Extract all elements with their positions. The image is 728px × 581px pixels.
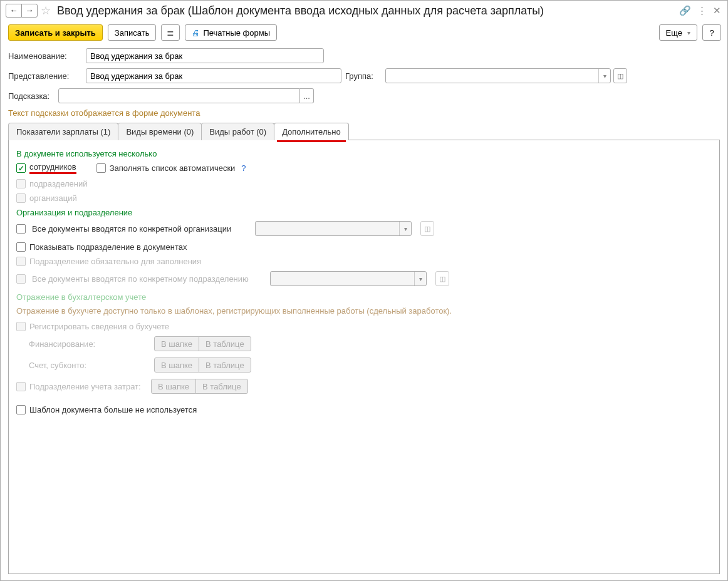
more-button[interactable]: Еще — [659, 24, 697, 41]
kebab-menu-icon[interactable]: ⋮ — [697, 5, 707, 16]
name-input[interactable] — [86, 48, 324, 63]
accounting-note: Отражение в бухучете доступно только в ш… — [16, 306, 712, 317]
financing-in-table-button: В таблице — [199, 336, 251, 351]
tab-work-types[interactable]: Виды работ (0) — [201, 123, 274, 140]
orgs-label: организаций — [29, 193, 77, 203]
link-icon[interactable]: 🔗 — [679, 5, 691, 16]
account-in-header-button: В шапке — [154, 357, 199, 373]
by-dept-label: Все документы вводятся по конкретному по… — [32, 274, 264, 284]
register-acc-checkbox — [16, 322, 26, 331]
dept-required-checkbox — [16, 257, 26, 266]
cost-dept-checkbox — [16, 382, 26, 391]
chevron-down-icon: ▾ — [400, 225, 411, 232]
favorite-star-icon[interactable]: ☆ — [41, 4, 51, 18]
by-org-label: Все документы вводятся по конкретной орг… — [32, 224, 249, 234]
show-dept-label: Показывать подразделение в документах — [29, 242, 187, 252]
list-icon: ≣ — [167, 28, 174, 37]
tab-time-types[interactable]: Виды времени (0) — [118, 123, 202, 140]
group-label: Группа: — [345, 71, 385, 81]
list-form-button[interactable]: ≣ — [161, 24, 180, 41]
print-forms-label: Печатные формы — [203, 28, 270, 38]
org-section-title: Организация и подразделение — [16, 208, 712, 217]
representation-input[interactable] — [86, 68, 341, 83]
cost-dept-in-table-button: В таблице — [195, 379, 248, 394]
by-dept-open-button: ◫ — [435, 271, 449, 286]
autofill-checkbox[interactable] — [96, 163, 106, 173]
representation-label: Представление: — [8, 71, 86, 81]
save-and-close-button[interactable]: Записать и закрыть — [8, 24, 103, 41]
account-in-table-button: В таблице — [199, 357, 251, 373]
not-used-label: Шаблон документа больше не используется — [29, 405, 197, 414]
window-title: Ввод удержания за брак (Шаблон документа… — [57, 4, 679, 18]
by-dept-select: ▾ — [270, 271, 427, 286]
register-acc-label: Регистрировать сведения о бухучете — [29, 322, 169, 331]
print-forms-button[interactable]: 🖨 Печатные формы — [185, 24, 277, 41]
departments-checkbox — [16, 179, 26, 188]
accounting-section-title: Отражение в бухгалтерском учете — [16, 292, 712, 302]
by-org-open-button: ◫ — [420, 221, 434, 236]
name-label: Наименование: — [8, 51, 86, 61]
by-dept-input — [271, 272, 414, 285]
printer-icon: 🖨 — [192, 28, 200, 38]
autofill-label: Заполнять список автоматически — [110, 163, 236, 173]
help-button[interactable]: ? — [702, 24, 721, 41]
by-org-input — [256, 222, 399, 235]
save-button[interactable]: Записать — [108, 24, 157, 41]
hint-input[interactable] — [58, 88, 300, 103]
hint-note: Текст подсказки отображается в форме док… — [8, 108, 720, 118]
group-input[interactable] — [386, 69, 598, 83]
tab-additional-body: В документе используется несколько сотру… — [8, 140, 720, 574]
employees-checkbox[interactable] — [16, 163, 26, 173]
close-window-icon[interactable]: ✕ — [713, 5, 721, 16]
hint-label: Подсказка: — [8, 91, 58, 101]
financing-label: Финансирование: — [29, 339, 154, 349]
cost-dept-label: Подразделение учета затрат: — [29, 382, 151, 391]
multi-section-title: В документе используется несколько — [16, 149, 712, 158]
financing-in-header-button: В шапке — [154, 336, 199, 351]
chevron-down-icon[interactable]: ▾ — [599, 73, 610, 80]
dept-required-label: Подразделение обязательно для заполнения — [29, 257, 201, 266]
account-label: Счет, субконто: — [29, 361, 154, 370]
employees-label: сотрудников — [29, 162, 76, 174]
autofill-help-icon[interactable]: ? — [241, 163, 246, 173]
by-org-select: ▾ — [255, 221, 412, 236]
nav-back-button[interactable]: ← — [6, 4, 22, 18]
by-dept-checkbox — [16, 274, 26, 284]
tab-salary-indicators[interactable]: Показатели зарплаты (1) — [8, 123, 118, 140]
hint-ellipsis-button[interactable]: ... — [300, 88, 314, 103]
departments-label: подразделений — [29, 179, 87, 188]
tab-additional[interactable]: Дополнительно — [274, 123, 349, 140]
group-select[interactable]: ▾ — [385, 68, 611, 83]
nav-forward-button[interactable]: → — [21, 4, 38, 18]
cost-dept-in-header-button: В шапке — [151, 379, 196, 394]
not-used-checkbox[interactable] — [16, 405, 26, 414]
chevron-down-icon: ▾ — [415, 275, 426, 282]
orgs-checkbox — [16, 193, 26, 203]
show-dept-checkbox[interactable] — [16, 242, 26, 252]
group-open-button[interactable]: ◫ — [613, 68, 627, 83]
by-org-checkbox[interactable] — [16, 224, 26, 234]
